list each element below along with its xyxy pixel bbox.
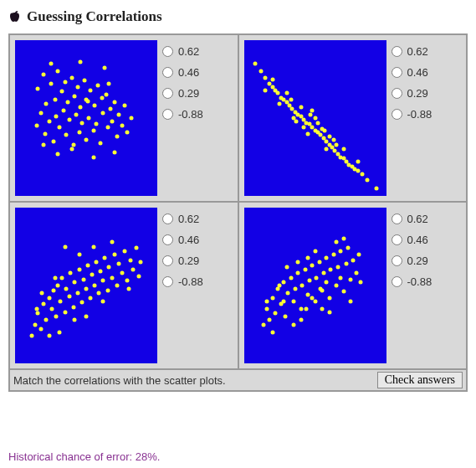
- data-point: [95, 83, 100, 87]
- data-point: [63, 80, 67, 85]
- correlation-option[interactable]: 0.29: [392, 87, 432, 100]
- data-point: [84, 97, 89, 101]
- correlation-radio[interactable]: [162, 46, 173, 57]
- data-point: [374, 186, 378, 190]
- scatter-plot: [15, 208, 157, 363]
- data-point: [81, 277, 85, 281]
- data-point: [262, 322, 266, 327]
- data-point: [313, 249, 317, 254]
- correlation-radio[interactable]: [392, 46, 402, 57]
- data-point: [34, 306, 38, 311]
- title-row: Guessing Correlations: [8, 8, 468, 25]
- data-point: [74, 113, 79, 117]
- data-point: [94, 122, 98, 126]
- data-point: [85, 263, 90, 267]
- correlation-label: 0.62: [178, 45, 199, 58]
- data-point: [38, 111, 43, 116]
- data-point: [325, 255, 329, 260]
- instruction-text: Match the correlations with the scatter …: [13, 374, 226, 387]
- data-point: [42, 302, 46, 306]
- correlation-radio[interactable]: [392, 234, 402, 245]
- data-point: [84, 315, 89, 319]
- correlation-option[interactable]: -0.88: [392, 275, 432, 288]
- correlation-option[interactable]: -0.88: [392, 108, 432, 121]
- correlation-option[interactable]: 0.46: [392, 234, 432, 246]
- data-point: [327, 310, 331, 314]
- data-point: [284, 265, 289, 269]
- correlation-option[interactable]: -0.88: [162, 108, 203, 121]
- correlation-option[interactable]: 0.29: [162, 255, 203, 267]
- data-point: [77, 130, 81, 134]
- correlation-label: 0.29: [407, 255, 428, 267]
- data-point: [110, 119, 114, 123]
- correlation-radio[interactable]: [162, 109, 173, 120]
- correlation-option[interactable]: 0.62: [392, 45, 432, 58]
- data-point: [329, 268, 333, 272]
- options-group: 0.620.460.29-0.88: [392, 40, 432, 196]
- data-point: [264, 306, 269, 311]
- correlation-option[interactable]: 0.62: [392, 213, 432, 225]
- data-point: [54, 115, 59, 119]
- data-point: [299, 306, 303, 311]
- correlation-option[interactable]: 0.62: [162, 213, 203, 225]
- correlation-radio[interactable]: [162, 67, 173, 78]
- correlation-option[interactable]: -0.88: [162, 275, 203, 288]
- apple-icon: [8, 10, 22, 23]
- correlation-radio[interactable]: [162, 88, 173, 99]
- data-point: [335, 142, 339, 147]
- data-point: [358, 280, 362, 285]
- data-point: [282, 280, 286, 285]
- check-answers-button[interactable]: Check answers: [377, 372, 463, 388]
- data-point: [89, 88, 93, 92]
- correlation-option[interactable]: 0.29: [162, 87, 203, 100]
- data-point: [131, 268, 136, 272]
- correlation-radio[interactable]: [392, 88, 402, 99]
- data-point: [103, 66, 107, 70]
- data-point: [341, 290, 345, 294]
- data-point: [310, 263, 315, 267]
- correlation-option[interactable]: 0.62: [162, 45, 203, 58]
- options-group: 0.620.460.29-0.88: [162, 208, 203, 363]
- correlation-option[interactable]: 0.46: [162, 66, 203, 79]
- correlation-radio[interactable]: [392, 213, 402, 224]
- correlation-radio[interactable]: [392, 67, 402, 78]
- correlation-option[interactable]: 0.46: [162, 234, 203, 246]
- correlation-radio[interactable]: [162, 213, 173, 224]
- data-point: [296, 260, 300, 265]
- page-title: Guessing Correlations: [27, 8, 162, 25]
- data-point: [305, 306, 309, 311]
- data-point: [67, 295, 71, 299]
- data-point: [138, 260, 142, 265]
- data-point: [113, 252, 117, 256]
- correlation-radio[interactable]: [392, 255, 402, 266]
- correlation-radio[interactable]: [162, 234, 173, 245]
- data-point: [40, 291, 44, 296]
- data-point: [331, 138, 335, 142]
- plot-cell: 0.620.460.29-0.88: [239, 203, 467, 368]
- data-point: [319, 286, 323, 291]
- correlation-label: 0.46: [178, 66, 199, 79]
- data-point: [301, 126, 305, 130]
- data-point: [107, 265, 111, 269]
- data-point: [341, 147, 345, 152]
- correlation-radio[interactable]: [392, 109, 402, 120]
- data-point: [93, 284, 97, 288]
- data-point: [292, 299, 296, 303]
- data-point: [356, 160, 360, 164]
- data-point: [357, 252, 361, 256]
- data-point: [56, 152, 60, 156]
- correlation-option[interactable]: 0.46: [392, 66, 432, 79]
- data-point: [67, 117, 71, 121]
- data-point: [317, 260, 321, 265]
- data-point: [89, 296, 93, 300]
- data-point: [327, 135, 331, 139]
- data-point: [127, 286, 131, 291]
- correlation-radio[interactable]: [162, 255, 173, 266]
- correlation-label: -0.88: [178, 275, 203, 288]
- correlation-option[interactable]: 0.29: [392, 255, 432, 267]
- correlation-label: 0.62: [178, 213, 199, 225]
- data-point: [105, 288, 110, 292]
- correlation-radio[interactable]: [392, 276, 402, 287]
- data-point: [323, 128, 327, 132]
- correlation-radio[interactable]: [162, 276, 173, 287]
